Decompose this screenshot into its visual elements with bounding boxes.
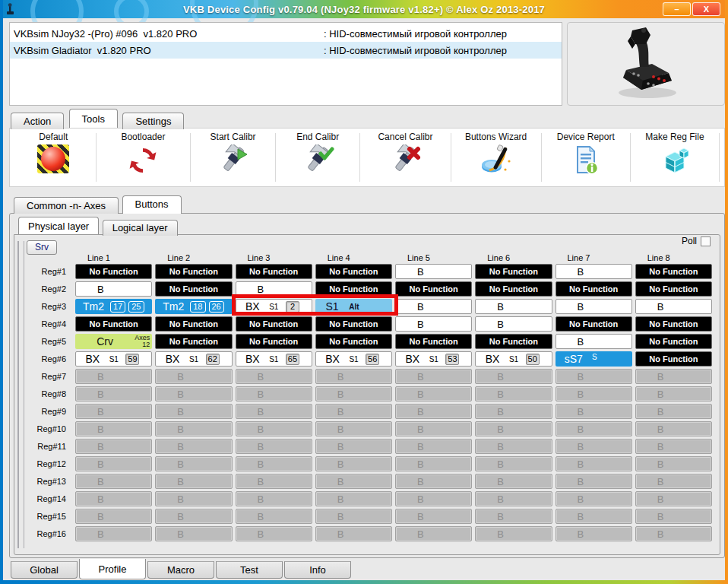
cell-reg7-line1[interactable]: B [75,369,152,384]
cell-reg4-line6[interactable]: B [475,316,552,332]
cell-reg10-line8[interactable]: B [635,421,712,436]
cell-reg6-line5[interactable]: BXS153 [395,351,472,367]
cell-reg1-line2[interactable]: No Function [155,264,232,279]
cell-reg15-line5[interactable]: B [395,509,472,524]
cell-reg2-line6[interactable]: No Function [475,281,552,297]
cell-reg9-line1[interactable]: B [75,404,152,419]
make-reg-file-button[interactable]: Make Reg File [635,130,714,185]
cell-reg8-line3[interactable]: B [236,386,312,402]
tab-tools[interactable]: Tools [69,109,118,128]
cell-reg14-line2[interactable]: B [155,491,232,506]
cell-reg8-line1[interactable]: B [75,386,152,402]
cell-reg15-line1[interactable]: B [75,509,152,524]
cell-reg13-line8[interactable]: B [635,474,712,489]
cell-reg6-line7[interactable]: sS7S [555,351,632,367]
cell-reg6-line3[interactable]: BXS165 [236,351,312,367]
cell-reg13-line2[interactable]: B [155,474,232,489]
cell-reg2-line1[interactable]: B [75,281,152,297]
cell-reg10-line4[interactable]: B [315,421,392,436]
cell-reg1-line6[interactable]: No Function [475,264,552,279]
cell-reg8-line6[interactable]: B [475,386,552,402]
tab-action[interactable]: Action [11,113,64,129]
cell-reg15-line8[interactable]: B [635,509,712,524]
cell-reg13-line7[interactable]: B [555,474,632,489]
cell-reg9-line2[interactable]: B [155,404,232,419]
cell-reg3-line7[interactable]: B [555,299,632,314]
cell-reg13-line1[interactable]: B [75,474,152,489]
tab-physical-layer[interactable]: Physical layer [18,217,99,234]
cell-reg9-line8[interactable]: B [635,404,712,419]
cell-reg7-line8[interactable]: B [635,369,712,384]
cell-reg14-line4[interactable]: B [315,491,392,506]
start-calibr-button[interactable]: Start Calibr [195,130,271,185]
cell-reg11-line6[interactable]: B [475,439,552,454]
cancel-calibr-button[interactable]: Cancel Calibr [365,130,445,185]
poll-checkbox[interactable] [701,236,711,246]
cell-reg16-line5[interactable]: B [395,526,472,541]
cell-reg9-line5[interactable]: B [395,404,472,419]
device-row-selected[interactable]: VKBsim Gladiator v1.820 PRO : HID-совмес… [10,42,562,59]
cell-reg7-line4[interactable]: B [315,369,392,384]
cell-reg8-line4[interactable]: B [315,386,392,402]
cell-reg11-line4[interactable]: B [315,439,392,454]
cell-reg14-line1[interactable]: B [75,491,152,506]
end-calibr-button[interactable]: End Calibr [280,130,356,185]
cell-reg7-line2[interactable]: B [155,369,232,384]
cell-reg10-line1[interactable]: B [75,421,152,436]
cell-reg9-line3[interactable]: B [236,404,312,419]
cell-reg5-line5[interactable]: No Function [395,334,472,349]
cell-reg2-line2[interactable]: No Function [155,281,232,297]
tab-common-n-axes[interactable]: Common -n- Axes [14,197,119,214]
tab-logical-layer[interactable]: Logical layer [103,220,178,236]
cell-reg8-line2[interactable]: B [155,386,232,402]
cell-reg10-line3[interactable]: B [236,421,312,436]
cell-reg11-line1[interactable]: B [75,439,152,454]
cell-reg7-line7[interactable]: B [555,369,632,384]
cell-reg2-line3[interactable]: B [236,281,312,297]
cell-reg11-line5[interactable]: B [395,439,472,454]
cell-reg4-line8[interactable]: No Function [635,316,712,332]
cell-reg11-line2[interactable]: B [155,439,232,454]
cell-reg1-line3[interactable]: No Function [236,264,312,279]
cell-reg16-line1[interactable]: B [75,526,152,541]
cell-reg4-line2[interactable]: No Function [155,316,232,332]
cell-reg10-line2[interactable]: B [155,421,232,436]
cell-reg2-line4[interactable]: No Function [315,281,392,297]
cell-reg16-line8[interactable]: B [635,526,712,541]
cell-reg1-line1[interactable]: No Function [75,264,152,279]
cell-reg16-line7[interactable]: B [555,526,632,541]
cell-reg1-line8[interactable]: No Function [635,264,712,279]
cell-reg3-line6[interactable]: B [475,299,552,314]
cell-reg4-line1[interactable]: No Function [75,316,152,332]
cell-reg4-line4[interactable]: No Function [315,316,392,332]
tab-profile[interactable]: Profile [79,559,146,579]
cell-reg13-line5[interactable]: B [395,474,472,489]
cell-reg14-line3[interactable]: B [236,491,312,506]
bootloader-button[interactable]: Bootloader [101,130,186,185]
cell-reg10-line6[interactable]: B [475,421,552,436]
cell-reg15-line3[interactable]: B [236,509,312,524]
cell-reg8-line8[interactable]: B [635,386,712,402]
cell-reg12-line5[interactable]: B [395,456,472,471]
cell-reg2-line7[interactable]: No Function [555,281,632,297]
cell-reg8-line5[interactable]: B [395,386,472,402]
cell-reg14-line7[interactable]: B [555,491,632,506]
cell-reg7-line6[interactable]: B [475,369,552,384]
cell-reg16-line2[interactable]: B [155,526,232,541]
cell-reg16-line4[interactable]: B [315,526,392,541]
cell-reg12-line1[interactable]: B [75,456,152,471]
cell-reg7-line3[interactable]: B [236,369,312,384]
cell-reg12-line7[interactable]: B [555,456,632,471]
cell-reg9-line4[interactable]: B [315,404,392,419]
cell-reg15-line6[interactable]: B [475,509,552,524]
cell-reg15-line2[interactable]: B [155,509,232,524]
cell-reg4-line7[interactable]: No Function [555,316,632,332]
cell-reg5-line3[interactable]: No Function [236,334,312,349]
cell-reg5-line1[interactable]: CrvAxes12 [75,334,152,349]
cell-reg5-line2[interactable]: No Function [155,334,232,349]
cell-reg10-line5[interactable]: B [395,421,472,436]
cell-reg16-line6[interactable]: B [475,526,552,541]
device-report-button[interactable]: Device Report [546,130,625,185]
tab-settings[interactable]: Settings [122,113,184,129]
cell-reg14-line5[interactable]: B [395,491,472,506]
